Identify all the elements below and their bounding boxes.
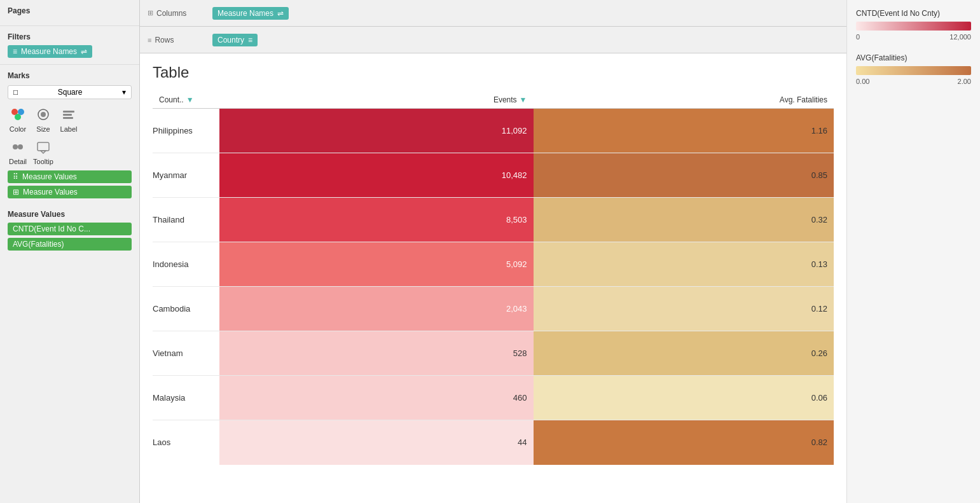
mv-avg-pill[interactable]: AVG(Fatalities)	[8, 238, 132, 251]
main-area: ⊞ Columns Measure Names ⇌ ≡ Rows Country…	[140, 0, 846, 503]
right-legend-panel: CNTD(Event Id No Cnty) 0 12,000 AVG(Fata…	[846, 0, 980, 503]
col-country-header: Count.. ▼	[153, 92, 219, 109]
marks-pill1-label: Measure Values	[22, 172, 77, 181]
marks-pills: ⠿ Measure Values ⊞ Measure Values	[8, 170, 132, 198]
rows-shelf-icon: ≡	[148, 36, 151, 44]
filters-measure-names-pill[interactable]: ≡ Measure Names ⇌	[8, 45, 92, 58]
color-icon	[8, 106, 28, 123]
filters-label: Filters	[8, 32, 132, 41]
legend-events: CNTD(Event Id No Cnty) 0 12,000	[856, 9, 971, 41]
cell-events: 5,092	[219, 242, 534, 287]
table-row: Malaysia4600.06	[153, 376, 834, 420]
cell-avg: 0.85	[534, 153, 834, 198]
cell-country: Myanmar	[153, 153, 219, 198]
columns-pill[interactable]: Measure Names ⇌	[212, 7, 289, 20]
mv-avg-label: AVG(Fatalities)	[13, 240, 64, 249]
cell-country: Philippines	[153, 109, 219, 153]
pages-section: Pages	[0, 0, 139, 26]
rows-label: ≡ Rows	[148, 36, 205, 45]
cell-events: 8,503	[219, 198, 534, 242]
cell-avg: 1.16	[534, 109, 834, 153]
svg-point-8	[13, 144, 18, 149]
data-table: Count.. ▼ Events ▼ Avg. Fatalities	[153, 92, 834, 465]
tooltip-button[interactable]: Tooltip	[33, 138, 53, 165]
detail-label: Detail	[9, 158, 27, 165]
table-row: Indonesia5,0920.13	[153, 242, 834, 287]
cell-avg: 0.13	[534, 242, 834, 287]
color-button[interactable]: Color	[8, 106, 28, 133]
rows-pill-label: Country	[217, 36, 244, 45]
rows-shelf: ≡ Rows Country ≡	[140, 27, 846, 53]
mv-cntd-label: CNTD(Event Id No C...	[13, 224, 90, 233]
legend-events-min: 0	[856, 33, 860, 41]
marks-section: Marks □ Square ▾ Color	[0, 65, 139, 205]
color-label: Color	[10, 125, 26, 133]
svg-point-9	[18, 144, 23, 149]
cell-avg: 0.32	[534, 198, 834, 242]
table-row: Vietnam5280.26	[153, 331, 834, 376]
filter-icon: ▼	[186, 95, 194, 104]
columns-pill-label: Measure Names	[217, 9, 273, 18]
legend-avg-title: AVG(Fatalities)	[856, 53, 971, 62]
cell-country: Laos	[153, 420, 219, 465]
cell-avg: 0.26	[534, 331, 834, 376]
measure-values-section: Measure Values CNTD(Event Id No C... AVG…	[0, 205, 139, 256]
cell-events: 528	[219, 331, 534, 376]
size-label: Size	[36, 125, 50, 133]
filters-section: Filters ≡ Measure Names ⇌	[0, 26, 139, 65]
legend-events-max: 12,000	[949, 33, 971, 41]
rows-pill[interactable]: Country ≡	[212, 34, 258, 46]
table-row: Laos440.82	[153, 420, 834, 465]
columns-pill-icon: ⇌	[277, 9, 284, 18]
filters-pill-label: Measure Names	[21, 47, 77, 56]
cell-events: 2,043	[219, 287, 534, 331]
table-row: Myanmar10,4820.85	[153, 153, 834, 198]
measure-values-pills: CNTD(Event Id No C... AVG(Fatalities)	[8, 223, 132, 251]
rows-pill-icon: ≡	[248, 36, 252, 45]
size-button[interactable]: Size	[33, 106, 53, 133]
events-filter-icon: ▼	[520, 95, 527, 104]
table-row: Philippines11,0921.16	[153, 109, 834, 153]
marks-shape-dropdown[interactable]: □ Square ▾	[8, 85, 132, 99]
table-row: Cambodia2,0430.12	[153, 287, 834, 331]
canvas: Table Count.. ▼ Events ▼	[140, 53, 846, 503]
mv-cntd-pill[interactable]: CNTD(Event Id No C...	[8, 223, 132, 235]
marks-pill-label[interactable]: ⊞ Measure Values	[8, 186, 132, 198]
marks-buttons-grid: Color Size	[8, 106, 132, 133]
col-avg-header: Avg. Fatalities	[534, 92, 834, 109]
svg-point-4	[41, 112, 46, 117]
marks-shape-label: □	[13, 88, 18, 97]
chevron-down-icon: ▾	[122, 88, 126, 97]
svg-rect-5	[63, 111, 74, 113]
col-events-header: Events ▼	[219, 92, 534, 109]
cell-country: Cambodia	[153, 287, 219, 331]
svg-point-2	[15, 114, 21, 120]
tooltip-label: Tooltip	[33, 158, 53, 165]
cell-country: Malaysia	[153, 376, 219, 420]
cell-avg: 0.82	[534, 420, 834, 465]
label-label: Label	[60, 125, 78, 133]
cell-country: Thailand	[153, 198, 219, 242]
left-panel: Pages Filters ≡ Measure Names ⇌ Marks □ …	[0, 0, 140, 503]
columns-label: ⊞ Columns	[148, 9, 205, 18]
measure-values-title: Measure Values	[8, 210, 132, 219]
legend-events-range: 0 12,000	[856, 33, 971, 41]
svg-rect-7	[63, 117, 73, 119]
columns-shelf-icon: ⊞	[148, 9, 153, 17]
pill-icon: ≡	[13, 47, 17, 56]
size-icon	[33, 106, 53, 123]
legend-events-title: CNTD(Event Id No Cnty)	[856, 9, 971, 18]
marks-pill-color[interactable]: ⠿ Measure Values	[8, 170, 132, 183]
columns-shelf: ⊞ Columns Measure Names ⇌	[140, 0, 846, 27]
tooltip-icon	[33, 138, 53, 156]
marks-pill2-label: Measure Values	[23, 188, 78, 196]
legend-avg-range: 0.00 2.00	[856, 78, 971, 85]
label-button[interactable]: Label	[59, 106, 79, 133]
marks-buttons-grid2: Detail Tooltip	[8, 138, 132, 165]
legend-events-gradient	[856, 22, 971, 31]
table-header-row: Count.. ▼ Events ▼ Avg. Fatalities	[153, 92, 834, 109]
detail-button[interactable]: Detail	[8, 138, 28, 165]
legend-avg-gradient	[856, 66, 971, 75]
cell-events: 460	[219, 376, 534, 420]
cell-country: Vietnam	[153, 331, 219, 376]
